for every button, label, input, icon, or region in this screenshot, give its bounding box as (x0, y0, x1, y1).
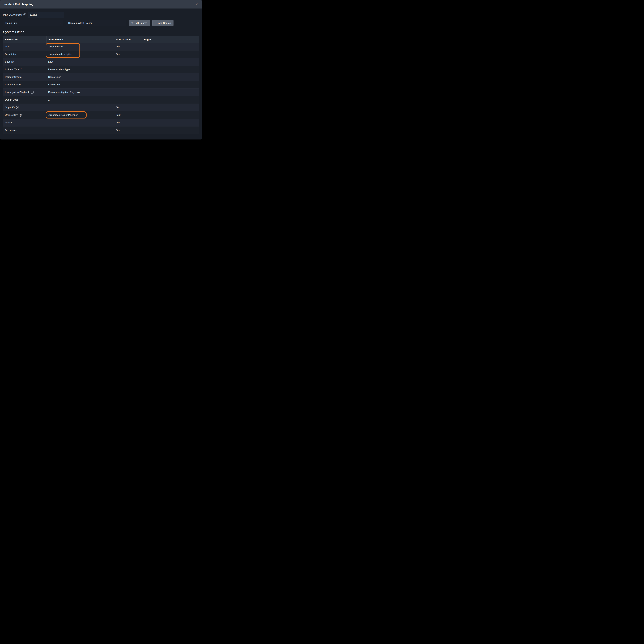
chevron-down-icon: ▼ (60, 22, 61, 24)
pencil-icon: ✎ (131, 22, 133, 24)
regex-cell[interactable] (142, 81, 199, 88)
regex-cell[interactable] (142, 43, 199, 50)
regex-cell[interactable] (142, 88, 199, 96)
regex-cell[interactable] (142, 119, 199, 126)
edit-source-button[interactable]: ✎ Edit Source (129, 20, 150, 26)
source-type-cell[interactable] (114, 88, 142, 96)
field-name-cell: Tactics (3, 119, 46, 126)
table-row: Techniques Text (3, 126, 199, 134)
regex-cell[interactable] (142, 111, 199, 119)
table-row: Incident Type * Demo Incident Type (3, 66, 199, 73)
field-name-cell: Investigation Playbook ? (3, 88, 46, 96)
table-row: Incident Creator Demo User (3, 73, 199, 81)
section-title: System Fields (3, 30, 199, 34)
field-name-cell: Description (3, 50, 46, 58)
table-row: Incident Owner Demo User (3, 81, 199, 88)
close-icon[interactable]: ✕ (195, 2, 198, 6)
field-name-cell: Origin ID ? (3, 104, 46, 111)
regex-cell[interactable] (142, 58, 199, 66)
site-select[interactable]: Demo Site ▼ (3, 20, 63, 26)
source-field-cell[interactable]: Low (46, 58, 114, 66)
source-type-cell[interactable] (114, 81, 142, 88)
source-field-cell[interactable]: Demo Investigation Playbook (46, 88, 114, 96)
help-icon[interactable]: ? (19, 114, 22, 117)
source-type-cell[interactable]: Text (114, 126, 142, 134)
source-field-cell[interactable]: .properties.description (46, 50, 114, 58)
table-row: Severity Low (3, 58, 199, 66)
field-name-cell: Techniques (3, 126, 46, 134)
source-field-cell[interactable] (46, 104, 114, 111)
source-field-cell[interactable] (46, 119, 114, 126)
field-name-label: Origin ID (5, 106, 15, 109)
source-type-cell[interactable] (114, 96, 142, 104)
field-name-cell: Due In Date (3, 96, 46, 104)
chevron-down-icon: ▼ (122, 22, 124, 24)
source-type-cell[interactable]: Text (114, 104, 142, 111)
modal-content: Main JSON Path: ? Demo Site ▼ Demo Incid… (0, 9, 202, 134)
regex-cell[interactable] (142, 96, 199, 104)
source-type-cell[interactable] (114, 66, 142, 73)
help-icon[interactable]: ? (16, 106, 19, 109)
modal-header: Incident Field Mapping ✕ (0, 0, 202, 9)
source-type-cell[interactable] (114, 73, 142, 81)
json-path-help-icon[interactable]: ? (23, 13, 26, 16)
table-row: Origin ID ? Text (3, 104, 199, 111)
source-field-cell[interactable]: .properties.title (46, 43, 114, 50)
source-field-cell[interactable]: Demo Incident Type (46, 66, 114, 73)
column-header-source-field: Source Field (46, 36, 114, 43)
field-name-cell: Incident Owner (3, 81, 46, 88)
add-source-button[interactable]: + Add Source (152, 20, 173, 26)
regex-cell[interactable] (142, 50, 199, 58)
table-row: Tactics Text (3, 119, 199, 126)
required-marker: * (21, 68, 22, 71)
modal-title: Incident Field Mapping (4, 3, 33, 6)
field-name-label: Investigation Playbook (5, 91, 29, 94)
json-path-label: Main JSON Path: (3, 13, 22, 16)
json-path-row: Main JSON Path: ? (3, 12, 199, 18)
source-type-cell[interactable]: Text (114, 50, 142, 58)
source-field-cell[interactable]: Demo User (46, 81, 114, 88)
field-name-cell: Incident Type * (3, 66, 46, 73)
incident-field-mapping-modal: Incident Field Mapping ✕ Main JSON Path:… (0, 0, 202, 139)
table-row: Title .properties.title Text (3, 43, 199, 50)
system-fields-table: Field Name Source Field Source Type Rege… (3, 36, 199, 134)
regex-cell[interactable] (142, 104, 199, 111)
regex-cell[interactable] (142, 66, 199, 73)
table-row: Investigation Playbook ? Demo Investigat… (3, 88, 199, 96)
table-header-row: Field Name Source Field Source Type Rege… (3, 36, 199, 43)
source-type-cell[interactable]: Text (114, 43, 142, 50)
json-path-input[interactable] (28, 12, 64, 18)
table-row: Due In Date 1 (3, 96, 199, 104)
source-type-cell[interactable]: Text (114, 111, 142, 119)
field-name-cell: Severity (3, 58, 46, 66)
source-type-cell[interactable]: Text (114, 119, 142, 126)
edit-source-label: Edit Source (135, 22, 147, 24)
source-type-cell[interactable] (114, 58, 142, 66)
column-header-field-name: Field Name (3, 36, 46, 43)
regex-cell[interactable] (142, 126, 199, 134)
site-select-value: Demo Site (5, 22, 17, 24)
add-source-label: Add Source (158, 22, 171, 24)
field-name-label: Unique Key (5, 114, 18, 116)
field-name-cell: Unique Key ? (3, 111, 46, 119)
field-name-label: Incident Type (5, 68, 20, 71)
source-field-cell[interactable] (46, 126, 114, 134)
incident-source-select-value: Demo Incident Source (68, 22, 92, 24)
table-row: Unique Key ? .properties.incidentNumber … (3, 111, 199, 119)
column-header-regex: Regex (142, 36, 199, 43)
source-field-cell[interactable]: Demo User (46, 73, 114, 81)
source-controls-row: Demo Site ▼ Demo Incident Source ▼ ✎ Edi… (3, 20, 199, 26)
source-field-cell[interactable]: 1 (46, 96, 114, 104)
regex-cell[interactable] (142, 73, 199, 81)
table-row: Description .properties.description Text (3, 50, 199, 58)
column-header-source-type: Source Type (114, 36, 142, 43)
incident-source-select[interactable]: Demo Incident Source ▼ (66, 20, 126, 26)
source-field-cell[interactable]: .properties.incidentNumber (46, 111, 114, 119)
help-icon[interactable]: ? (31, 91, 34, 94)
field-name-cell: Incident Creator (3, 73, 46, 81)
plus-icon: + (155, 22, 157, 24)
field-name-cell: Title (3, 43, 46, 50)
